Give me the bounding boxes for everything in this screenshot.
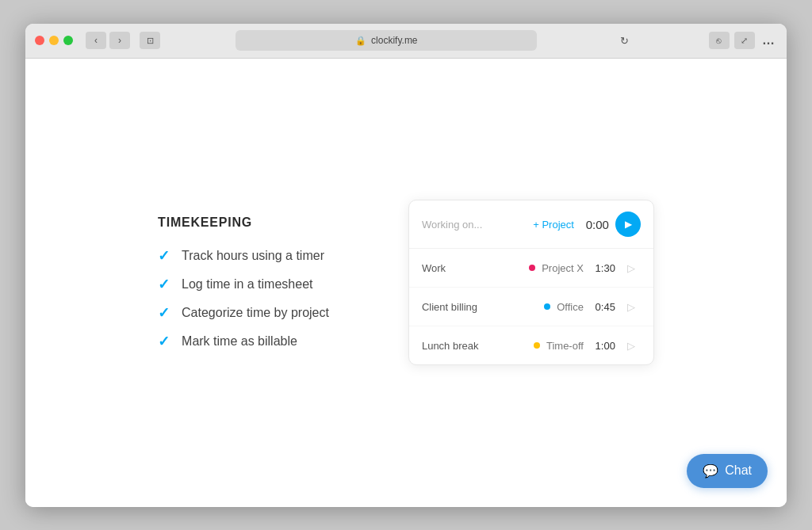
entry-label-3: Lunch break <box>422 340 527 352</box>
list-item: ✓ Track hours using a timer <box>158 247 329 265</box>
back-icon: ‹ <box>94 35 98 46</box>
check-icon-2: ✓ <box>158 276 170 293</box>
share-button[interactable]: ⎋ <box>709 32 730 49</box>
list-item: ✓ Log time in a timesheet <box>158 276 329 293</box>
back-button[interactable]: ‹ <box>86 32 106 49</box>
fullscreen-button[interactable]: ⤢ <box>734 32 755 49</box>
entry-project-2: Office <box>557 301 584 313</box>
nav-buttons: ‹ › <box>86 32 130 49</box>
list-item: ✓ Mark time as billable <box>158 333 329 350</box>
close-button[interactable] <box>35 36 44 45</box>
chat-button[interactable]: 💬 Chat <box>687 454 768 488</box>
share-icon: ⎋ <box>716 36 722 45</box>
table-row: Client billing Office 0:45 ▷ <box>409 288 653 326</box>
table-row: Work Project X 1:30 ▷ <box>409 249 653 288</box>
address-bar[interactable]: 🔒 clockify.me <box>236 30 537 51</box>
row-play-icon-3: ▷ <box>627 340 635 352</box>
working-on-placeholder: Working on... <box>422 219 527 231</box>
tab-icon: ⊡ <box>147 36 154 46</box>
project-dot-2 <box>544 303 550 310</box>
timer-display: 0:00 <box>580 218 609 231</box>
titlebar: ‹ › ⊡ 🔒 clockify.me ↻ ⎋ ⤢ … <box>25 24 787 59</box>
timer-top-row: Working on... + Project 0:00 ▶ <box>409 200 653 249</box>
toolbar-right: ⎋ ⤢ … <box>709 32 777 49</box>
browser-window: ‹ › ⊡ 🔒 clockify.me ↻ ⎋ ⤢ … <box>25 24 787 507</box>
start-timer-button[interactable]: ▶ <box>615 212 641 237</box>
tab-button[interactable]: ⊡ <box>140 32 160 49</box>
browser-content: TIMEKEEPING ✓ Track hours using a timer … <box>25 59 787 507</box>
feature-text-2: Log time in a timesheet <box>182 277 312 292</box>
reload-icon: ↻ <box>620 35 629 47</box>
entry-label-1: Work <box>422 262 523 274</box>
play-icon: ▶ <box>625 219 632 230</box>
lock-icon: 🔒 <box>355 36 366 46</box>
traffic-lights <box>35 36 73 45</box>
entry-project-1: Project X <box>542 262 584 274</box>
row-play-icon-2: ▷ <box>627 301 635 313</box>
minimize-button[interactable] <box>49 36 59 45</box>
entry-time-2: 0:45 <box>590 301 615 313</box>
chat-bubble-icon: 💬 <box>703 463 718 479</box>
more-icon: … <box>762 33 775 48</box>
check-icon-1: ✓ <box>158 247 170 265</box>
fullscreen-icon: ⤢ <box>741 36 748 46</box>
chat-label: Chat <box>725 463 752 478</box>
feature-text-3: Categorize time by project <box>182 306 329 320</box>
more-button[interactable]: … <box>760 32 777 49</box>
feature-text-4: Mark time as billable <box>182 334 297 349</box>
forward-button[interactable]: › <box>109 32 130 49</box>
forward-icon: › <box>118 35 121 46</box>
entry-time-1: 1:30 <box>590 262 615 274</box>
list-item: ✓ Categorize time by project <box>158 304 329 322</box>
left-section: TIMEKEEPING ✓ Track hours using a timer … <box>158 215 329 350</box>
row-play-button-1[interactable]: ▷ <box>622 258 641 277</box>
entry-project-3: Time-off <box>546 340 584 352</box>
check-icon-4: ✓ <box>158 333 170 350</box>
timer-widget: Working on... + Project 0:00 ▶ Work Proj… <box>408 200 654 365</box>
url-text: clockify.me <box>371 35 417 46</box>
page-content: TIMEKEEPING ✓ Track hours using a timer … <box>126 168 686 397</box>
entry-time-3: 1:00 <box>590 340 615 352</box>
project-dot-1 <box>529 265 535 271</box>
row-play-button-3[interactable]: ▷ <box>622 336 641 355</box>
entry-label-2: Client billing <box>422 301 538 313</box>
add-project-button[interactable]: + Project <box>533 219 574 231</box>
feature-list: ✓ Track hours using a timer ✓ Log time i… <box>158 247 329 350</box>
row-play-icon-1: ▷ <box>627 262 635 274</box>
table-row: Lunch break Time-off 1:00 ▷ <box>409 326 653 364</box>
row-play-button-2[interactable]: ▷ <box>622 297 641 316</box>
maximize-button[interactable] <box>63 36 73 45</box>
reload-button[interactable]: ↻ <box>616 32 634 49</box>
project-dot-3 <box>534 342 540 349</box>
check-icon-3: ✓ <box>158 304 170 322</box>
feature-text-1: Track hours using a timer <box>182 249 324 263</box>
section-title: TIMEKEEPING <box>158 215 329 230</box>
